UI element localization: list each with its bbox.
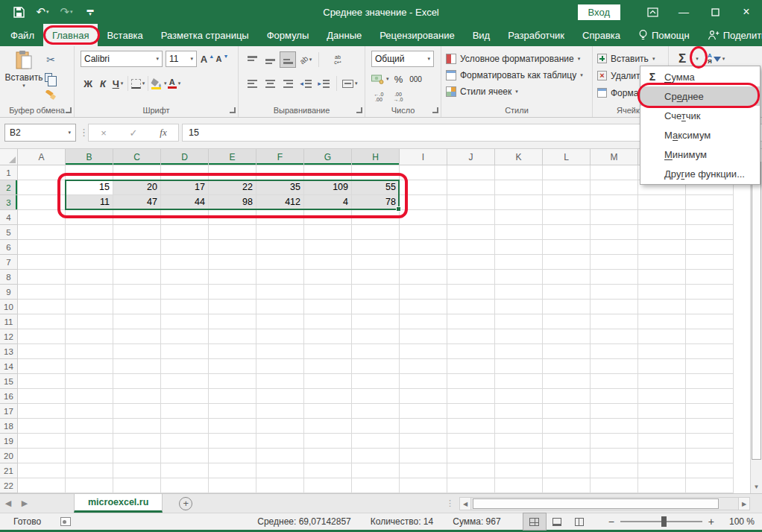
- cell[interactable]: [686, 478, 734, 493]
- cell[interactable]: [543, 240, 591, 255]
- cell[interactable]: [543, 270, 591, 285]
- cell[interactable]: [495, 344, 543, 359]
- cell[interactable]: [18, 285, 66, 300]
- cell[interactable]: [18, 449, 66, 463]
- row-header[interactable]: 11: [0, 314, 18, 329]
- cell[interactable]: [352, 329, 400, 344]
- cell[interactable]: [686, 255, 734, 270]
- cell[interactable]: [66, 165, 113, 180]
- cell[interactable]: [161, 225, 209, 240]
- autosum-dropdown-button[interactable]: ▾: [693, 51, 702, 66]
- cell[interactable]: [209, 225, 256, 240]
- cell[interactable]: [686, 240, 734, 255]
- cell[interactable]: [686, 314, 734, 329]
- cell[interactable]: [591, 255, 638, 270]
- cell[interactable]: [18, 195, 66, 210]
- number-format-select[interactable]: Общий▾: [371, 51, 434, 67]
- cell[interactable]: 109: [304, 180, 352, 195]
- cell[interactable]: [209, 449, 256, 463]
- cell[interactable]: [591, 344, 638, 359]
- cell[interactable]: [447, 434, 495, 449]
- cell[interactable]: [686, 419, 734, 434]
- cell[interactable]: [543, 419, 591, 434]
- fill-color-button[interactable]: ▾: [151, 76, 167, 91]
- cell[interactable]: [638, 300, 686, 314]
- row-header[interactable]: 16: [0, 389, 18, 404]
- cell[interactable]: [113, 359, 161, 374]
- cell[interactable]: [638, 225, 686, 240]
- cell[interactable]: [686, 225, 734, 240]
- cell[interactable]: [543, 434, 591, 449]
- ribbon-tab[interactable]: Рецензирование: [371, 24, 463, 46]
- ribbon-tab[interactable]: Помощн: [629, 24, 699, 46]
- cell[interactable]: [256, 210, 304, 225]
- cell[interactable]: [400, 180, 447, 195]
- cell[interactable]: [18, 434, 66, 449]
- cell[interactable]: [400, 285, 447, 300]
- cell[interactable]: [686, 300, 734, 314]
- add-sheet-button[interactable]: +: [179, 497, 192, 510]
- cell[interactable]: [447, 419, 495, 434]
- font-name-select[interactable]: Calibri▾: [81, 51, 163, 67]
- column-header[interactable]: F: [256, 149, 304, 165]
- cell[interactable]: [256, 300, 304, 314]
- cell[interactable]: [638, 434, 686, 449]
- cell[interactable]: [66, 359, 113, 374]
- cell[interactable]: [591, 225, 638, 240]
- autosum-menu-item[interactable]: Минимум: [640, 145, 760, 164]
- cell[interactable]: [495, 270, 543, 285]
- cell[interactable]: [161, 240, 209, 255]
- cell[interactable]: 78: [352, 195, 400, 210]
- cell[interactable]: [638, 240, 686, 255]
- cell[interactable]: [352, 225, 400, 240]
- row-header[interactable]: 7: [0, 255, 18, 270]
- cell[interactable]: [352, 404, 400, 419]
- vertical-scroll-thumb[interactable]: [752, 162, 761, 460]
- cell[interactable]: [113, 404, 161, 419]
- comma-style-button[interactable]: 000: [409, 72, 423, 86]
- minimize-button[interactable]: —: [668, 0, 699, 24]
- cell[interactable]: [209, 419, 256, 434]
- cell[interactable]: [638, 389, 686, 404]
- cell[interactable]: [66, 314, 113, 329]
- cell[interactable]: [591, 180, 638, 195]
- row-header[interactable]: 20: [0, 449, 18, 463]
- cell[interactable]: [161, 344, 209, 359]
- cell[interactable]: [256, 240, 304, 255]
- cell[interactable]: 20: [113, 180, 161, 195]
- cell[interactable]: [400, 165, 447, 180]
- cell[interactable]: [495, 404, 543, 419]
- autosum-button[interactable]: Σ: [675, 51, 690, 66]
- cell[interactable]: [256, 419, 304, 434]
- ribbon-tab[interactable]: Разработчик: [499, 24, 573, 46]
- cell[interactable]: [161, 300, 209, 314]
- cell[interactable]: [256, 285, 304, 300]
- cell[interactable]: [256, 449, 304, 463]
- cell[interactable]: [495, 463, 543, 478]
- cell[interactable]: [161, 478, 209, 493]
- cell[interactable]: [447, 165, 495, 180]
- cell[interactable]: [543, 329, 591, 344]
- cell[interactable]: [400, 210, 447, 225]
- cell[interactable]: [352, 419, 400, 434]
- cell[interactable]: [66, 389, 113, 404]
- cell[interactable]: [304, 210, 352, 225]
- cell[interactable]: [447, 374, 495, 389]
- cell[interactable]: [161, 463, 209, 478]
- cell[interactable]: [543, 359, 591, 374]
- cell[interactable]: [591, 165, 638, 180]
- tab-scroll-splitter[interactable]: ⋮: [446, 498, 455, 508]
- cell[interactable]: [495, 478, 543, 493]
- decrease-font-button[interactable]: А▼: [215, 51, 230, 66]
- ribbon-tab[interactable]: Данные: [318, 24, 371, 46]
- cell[interactable]: [66, 404, 113, 419]
- font-size-select[interactable]: 11▾: [166, 51, 197, 67]
- clipboard-dialog-launcher[interactable]: [66, 107, 72, 113]
- cell[interactable]: [18, 240, 66, 255]
- ribbon-tab[interactable]: Справка: [573, 24, 629, 46]
- cell[interactable]: [66, 225, 113, 240]
- cell[interactable]: [209, 314, 256, 329]
- sheet-tab[interactable]: microexcel.ru: [74, 494, 163, 513]
- sheet-nav-left-icon[interactable]: ◀: [0, 494, 16, 513]
- cell[interactable]: [66, 449, 113, 463]
